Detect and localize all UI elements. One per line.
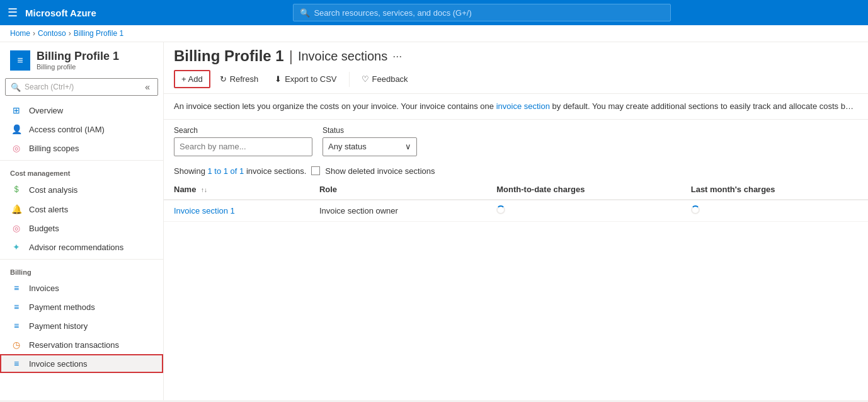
sidebar-item-reservation-transactions[interactable]: ◷ Reservation transactions <box>0 335 163 354</box>
sidebar-item-label-access-control: Access control (IAM) <box>29 125 105 134</box>
sidebar-item-label-invoices: Invoices <box>29 284 59 293</box>
refresh-icon: ↻ <box>220 74 227 84</box>
sidebar-divider-1 <box>0 160 163 161</box>
advisor-icon: ✦ <box>10 242 23 252</box>
page-title-separator: | <box>289 47 293 65</box>
sidebar-item-payment-methods[interactable]: ≡ Payment methods <box>0 297 163 316</box>
sidebar-item-label-overview: Overview <box>29 106 63 115</box>
sidebar-collapse-button[interactable]: « <box>142 81 152 93</box>
breadcrumb-sep2: › <box>69 29 71 38</box>
breadcrumb-billing-profile[interactable]: Billing Profile 1 <box>74 29 123 38</box>
cost-analysis-icon: ＄ <box>10 184 23 195</box>
hamburger-menu[interactable]: ☰ <box>8 6 18 20</box>
sidebar-section-billing: Billing <box>0 262 163 279</box>
invoice-section-link[interactable]: Invoice section 1 <box>174 206 235 215</box>
sidebar-item-label-cost-analysis: Cost analysis <box>29 185 77 195</box>
info-link[interactable]: invoice section <box>496 101 550 111</box>
showing-count: Showing 1 to 1 of 1 invoice sections. <box>174 166 306 176</box>
breadcrumb-contoso[interactable]: Contoso <box>38 29 66 38</box>
reservation-icon: ◷ <box>10 340 23 350</box>
export-icon: ⬇ <box>275 74 282 84</box>
toolbar: + Add ↻ Refresh ⬇ Export to CSV ♡ Feedba… <box>164 65 868 94</box>
cost-alerts-icon: 🔔 <box>10 204 23 214</box>
sidebar-item-label-reservation-transactions: Reservation transactions <box>29 340 119 350</box>
chevron-down-icon: ∨ <box>405 142 411 151</box>
sidebar-title-block: Billing Profile 1 Billing profile <box>37 50 119 71</box>
sidebar-item-label-advisor: Advisor recommendations <box>29 243 123 252</box>
sidebar-header: ≡ Billing Profile 1 Billing profile <box>0 42 163 76</box>
showing-link[interactable]: 1 to 1 of 1 <box>207 166 244 176</box>
sidebar-item-cost-alerts[interactable]: 🔔 Cost alerts <box>0 200 163 219</box>
feedback-button[interactable]: ♡ Feedback <box>355 71 415 88</box>
add-button[interactable]: + Add <box>174 70 210 88</box>
access-control-icon: 👤 <box>10 124 23 134</box>
feedback-label: Feedback <box>372 74 408 84</box>
showing-row: Showing 1 to 1 of 1 invoice sections. Sh… <box>164 163 868 180</box>
sidebar-search-input[interactable] <box>25 83 139 91</box>
cell-month-to-date <box>486 200 680 222</box>
table-container: Name ↑↓ Role Month-to-date charges Last … <box>164 180 868 401</box>
sidebar-item-label-invoice-sections: Invoice sections <box>29 359 88 369</box>
sidebar-search-bar[interactable]: 🔍 « <box>5 78 158 96</box>
breadcrumb: Home › Contoso › Billing Profile 1 <box>0 25 868 42</box>
sort-icon-name: ↑↓ <box>201 187 207 193</box>
sidebar-item-billing-scopes[interactable]: ◎ Billing scopes <box>0 139 163 158</box>
sidebar-item-cost-analysis[interactable]: ＄ Cost analysis <box>0 180 163 200</box>
status-filter-group: Status Any status ∨ <box>323 126 417 156</box>
breadcrumb-sep1: › <box>33 29 35 38</box>
payment-methods-icon: ≡ <box>10 302 23 312</box>
sidebar-nav: ⊞ Overview 👤 Access control (IAM) ◎ Bill… <box>0 101 163 400</box>
sidebar-item-label-billing-scopes: Billing scopes <box>29 144 79 153</box>
page-more-options[interactable]: ··· <box>392 50 402 63</box>
export-label: Export to CSV <box>285 74 336 84</box>
month-to-date-spinner <box>496 205 505 214</box>
invoices-icon: ≡ <box>10 283 23 293</box>
sidebar-item-access-control[interactable]: 👤 Access control (IAM) <box>0 120 163 139</box>
col-role: Role <box>309 180 486 200</box>
app-title: Microsoft Azure <box>25 8 96 18</box>
sidebar-item-advisor-recommendations[interactable]: ✦ Advisor recommendations <box>0 238 163 256</box>
status-filter-label: Status <box>323 126 417 135</box>
table-body: Invoice section 1 Invoice section owner <box>164 200 868 222</box>
status-select-value: Any status <box>328 142 367 151</box>
sidebar-item-overview[interactable]: ⊞ Overview <box>0 101 163 120</box>
refresh-button[interactable]: ↻ Refresh <box>213 71 266 88</box>
filter-row: Search Status Any status ∨ <box>164 120 868 163</box>
show-deleted-checkbox[interactable] <box>311 166 320 175</box>
table-header: Name ↑↓ Role Month-to-date charges Last … <box>164 180 868 200</box>
page-title: Billing Profile 1 <box>174 47 284 65</box>
sidebar-item-label-payment-history: Payment history <box>29 321 88 331</box>
search-filter-group: Search <box>174 126 312 156</box>
breadcrumb-home[interactable]: Home <box>10 29 30 38</box>
sidebar-page-icon: ≡ <box>10 50 30 71</box>
name-search-input[interactable] <box>174 137 312 156</box>
table-row: Invoice section 1 Invoice section owner <box>164 200 868 222</box>
sidebar-item-budgets[interactable]: ◎ Budgets <box>0 219 163 238</box>
billing-scopes-icon: ◎ <box>10 143 23 153</box>
search-input[interactable] <box>314 8 664 18</box>
page-title-bar: Billing Profile 1 | Invoice sections ··· <box>164 42 868 65</box>
col-name[interactable]: Name ↑↓ <box>164 180 309 200</box>
invoice-sections-icon: ≡ <box>10 359 23 369</box>
sidebar: ≡ Billing Profile 1 Billing profile 🔍 « … <box>0 42 164 400</box>
col-last-month: Last month's charges <box>681 180 868 200</box>
toolbar-divider <box>349 72 350 87</box>
sidebar-section-cost-management: Cost management <box>0 163 163 180</box>
search-filter-label: Search <box>174 126 312 135</box>
sidebar-divider-2 <box>0 259 163 260</box>
sidebar-item-invoices[interactable]: ≡ Invoices <box>0 279 163 297</box>
invoice-sections-table: Name ↑↓ Role Month-to-date charges Last … <box>164 180 868 222</box>
refresh-label: Refresh <box>230 74 259 84</box>
billing-profile-icon: ≡ <box>17 55 23 66</box>
overview-icon: ⊞ <box>10 105 23 115</box>
top-bar: ☰ Microsoft Azure 🔍 <box>0 0 868 25</box>
feedback-icon: ♡ <box>362 74 369 84</box>
budgets-icon: ◎ <box>10 223 23 233</box>
info-text: An invoice section lets you organize the… <box>164 94 868 120</box>
sidebar-item-invoice-sections[interactable]: ≡ Invoice sections <box>0 354 163 373</box>
sidebar-item-payment-history[interactable]: ≡ Payment history <box>0 316 163 335</box>
export-button[interactable]: ⬇ Export to CSV <box>268 71 343 88</box>
status-select[interactable]: Any status ∨ <box>323 137 417 156</box>
global-search[interactable]: 🔍 <box>293 4 671 21</box>
cell-last-month <box>681 200 868 222</box>
